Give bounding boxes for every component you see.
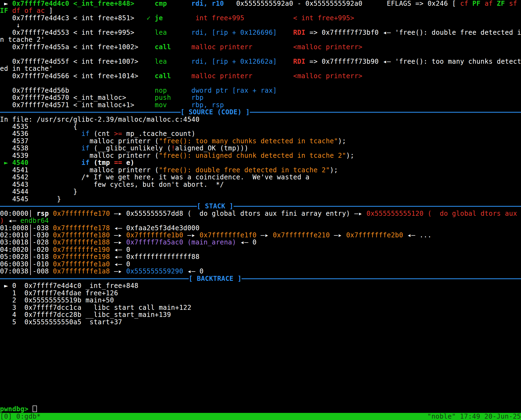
text-segment: ◂— ... [403,232,432,239]
text-segment: dword ptr [rax + rax] [191,87,277,94]
text-segment: mov [155,101,167,109]
text-segment: ✓ [147,14,155,22]
text-segment [20,7,24,14]
text-segment: ◂— 0 [110,261,130,268]
text-segment: ); [330,167,338,174]
stack-panel: 00:0000│ rsp 0x7fffffffe170 —▸ 0x5555555… [0,210,521,275]
source-row: 4545 } [0,196,521,203]
text-segment: —▸ [110,210,126,217]
text-segment: RDI [293,29,305,36]
tmux-host-clock: "noble" 17:49 20-Jun-25 [427,413,521,420]
stack-row: 01:0008│-038 0x7fffffffe178 ◂— 0xfaa2e5f… [0,224,521,232]
text-segment: 4535 { [0,123,77,130]
disasm-row: 0x7ffff7e4d570 <_int_malloc> push rbp [0,94,521,101]
text-segment [167,29,191,36]
text-segment: —▸ [110,232,126,239]
backtrace-separator-title: [ BACKTRACE ] [189,275,242,282]
text-segment: —▸ [110,268,126,275]
terminal-empty-area [0,326,521,406]
disasm-row: ed in tcache' [0,65,521,72]
disasm-row: 0x7ffff7e4d566 <_int_free+1014> call mal… [0,72,521,80]
text-segment: cf [460,0,468,7]
text-segment [224,0,236,7]
text-segment: 07:0038│-008 [0,268,53,275]
text-segment [138,58,155,65]
separator-line [0,206,521,207]
text-segment: of [24,7,33,14]
text-segment: RDI [293,58,305,65]
text-segment: 0x555555559290 [126,268,183,275]
command-prompt-row[interactable]: pwndbg> [0,406,521,413]
text-segment [277,29,293,36]
source-row: ► 4540 if (tmp == e) [0,159,521,166]
text-segment: if [82,145,90,152]
text-segment: ◂— 0xfaa2e5f3d4e3d000 [110,224,200,232]
text-segment: rdi, [rip + 0x126696] [191,29,277,36]
stack-row: 04:0020│-020 0x7fffffffe190 ◂— 0 [0,246,521,253]
text-segment: 0x7ffff7e4d55a <_int_free+1002> [0,43,138,51]
terminal-screen: ► 0x7ffff7e4d4c0 <_int_free+848> cmp rdi… [0,0,521,420]
text-segment: 0x7ffff7e4d570 <_int_malloc> [0,94,126,101]
text-segment: 0x5555555592a0 - 0x5555555592a0 [236,0,363,7]
separator-line [0,112,521,113]
text-segment: "free(): double free detected in tcache … [159,167,330,174]
disasm-row: 0x7ffff7e4d55f <_int_free+1007> lea rdi,… [0,58,521,65]
text-segment [277,58,293,65]
text-segment: <_int_free+995> [293,14,354,22]
text-segment: => 0x7ffff7f73b90 ◂— 'free(): too many c… [305,58,521,65]
text-segment: ► 4540 [0,159,28,166]
text-segment: => 0x7ffff7f73bf0 ◂— 'free(): double fre… [305,29,521,36]
text-segment [493,0,497,7]
text-segment [138,72,155,80]
disasm-row: ↓ [0,22,521,29]
stack-row: 00:0000│ rsp 0x7fffffffe170 —▸ 0x5555555… [0,210,521,217]
text-segment: 1 0x7ffff7e4fdae free+126 [0,290,118,297]
text-segment: 4544 } [0,188,77,195]
text-segment: ◂— 0 [183,268,203,275]
text-segment: —▸ [350,210,367,217]
text-segment [481,0,485,7]
stack-row: 07:0038│-008 0x7fffffffe1a8 —▸ 0x5555555… [0,268,521,275]
text-segment: 0x7ffff7e4d553 <_int_free+995> [0,29,134,36]
stack-separator: [ STACK ] [0,203,521,210]
text-segment [28,159,82,166]
text-segment: malloc_printerr [191,72,252,80]
tmux-window-tab[interactable]: [0] 0:gdb* [0,413,41,420]
text-segment: "free(): too many chunks detected in tca… [159,138,338,145]
text-segment: 0x7ffff7e4d4c0 <_int_free+848> [12,0,135,7]
disasm-row: ► 0x7ffff7e4d4c0 <_int_free+848> cmp rdi… [0,0,521,7]
prompt-space [28,405,33,413]
disasm-row: 0x7ffff7e4d56b nop dword ptr [rax + rax] [0,87,521,94]
text-segment: ) [0,217,4,224]
text-segment: ◂— 0 [110,246,130,253]
text-segment: (cnt [90,130,114,137]
text-segment: if [82,159,90,166]
text-segment: PF [472,0,481,7]
stack-row: 05:0028│-018 0x7fffffffe198 ◂— 0xfffffff… [0,253,521,260]
text-segment [134,101,155,109]
text-segment: ► 0 0x7ffff7e4d4c0 _int_free+848 [0,282,138,289]
text-segment: je [155,14,163,22]
text-segment: "free(): unaligned chunk detected in tca… [159,152,346,159]
text-segment: mp_.tcache_count) [122,130,196,137]
text-segment [33,7,37,14]
text-segment: af [485,0,493,7]
text-segment: 0x7fffffffe1f0 [200,232,257,239]
text-segment [134,0,155,7]
text-segment [69,87,155,94]
disasm-row: IF df of ac ] [0,7,521,14]
text-segment: 0x555555555120 (__do_global_dtors_aux [366,210,517,217]
backtrace-row: 3 0x7ffff7dcc1ca __libc_start_call_main+… [0,304,521,311]
source-separator-title: [ SOURCE (CODE) ] [181,109,250,116]
text-segment: 4538 [0,145,82,152]
text-segment: 04:0020│-020 [0,246,53,253]
text-segment [252,72,293,80]
text-segment: EFLAGS => 0x246 [ [362,0,460,7]
text-segment: <malloc_printerr> [293,72,362,80]
source-row: 4538 if (__glibc_unlikely (!aligned_OK (… [0,145,521,152]
text-segment: rdi, r10 [191,0,224,7]
text-segment: ! [171,145,175,152]
text-segment [468,0,472,7]
text-segment: 0x7fffffffe2b0 [346,232,403,239]
disasm-row: n tcache 2' [0,36,521,43]
